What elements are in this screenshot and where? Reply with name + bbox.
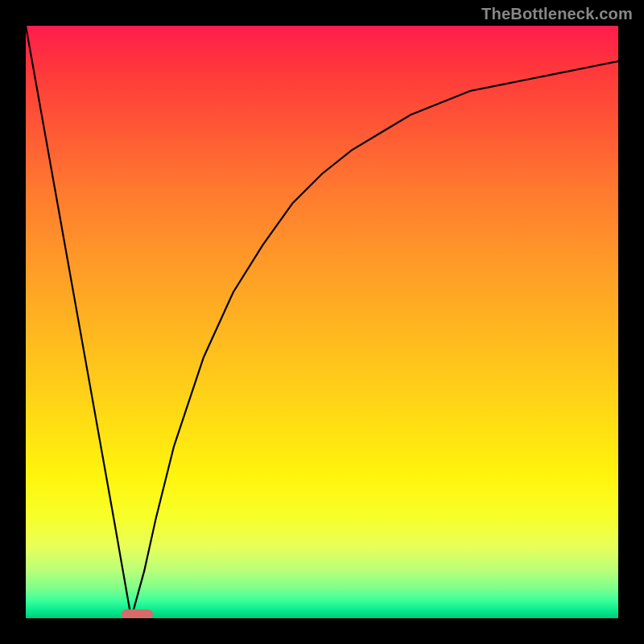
bottleneck-curve <box>26 26 618 618</box>
optimal-marker <box>122 609 153 618</box>
chart-frame: TheBottleneck.com <box>0 0 644 644</box>
watermark-text: TheBottleneck.com <box>481 5 633 23</box>
curve-svg <box>26 26 618 618</box>
plot-area <box>26 26 618 618</box>
